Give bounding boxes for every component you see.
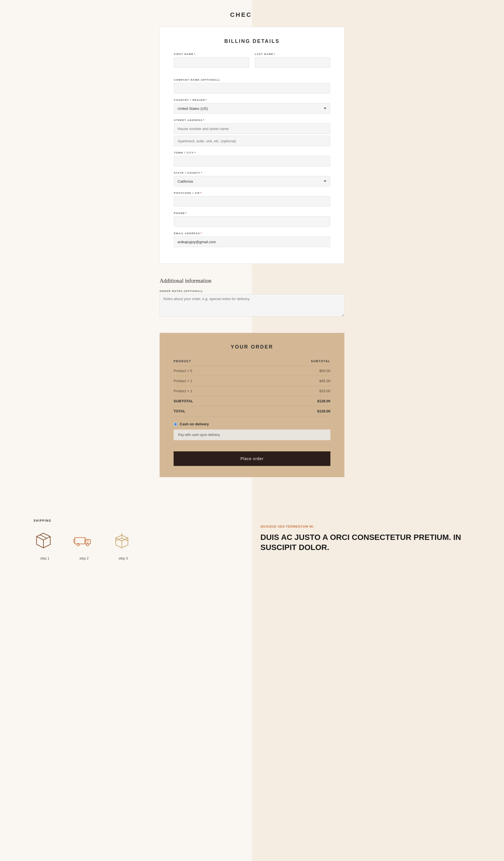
svg-line-1: [37, 536, 44, 540]
postcode-label: POSTCODE / ZIP*: [174, 192, 330, 194]
payment-option: Cash on delivery: [173, 422, 331, 426]
subtotal-label: SUBTOTAL: [173, 396, 252, 406]
required-star: *: [203, 119, 205, 122]
required-star: *: [200, 192, 202, 194]
shipping-step-3: step 3: [112, 531, 135, 560]
item-price-0: $50.00: [252, 366, 331, 376]
required-star: *: [195, 151, 196, 154]
name-row: FIRST NAME* LAST NAME*: [174, 53, 330, 73]
subtotal-value: $128.00: [252, 396, 331, 406]
street-group: STREET ADDRESS*: [174, 119, 330, 146]
cash-on-delivery-radio[interactable]: [173, 422, 178, 426]
table-row: Product × 1 $45.00: [173, 376, 331, 386]
order-notes-label: ORDER NOTES (OPTIONAL): [159, 290, 345, 292]
town-input[interactable]: [174, 156, 330, 166]
order-notes-group: ORDER NOTES (OPTIONAL): [159, 290, 345, 317]
required-star: *: [194, 53, 195, 55]
item-price-2: $33.00: [252, 386, 331, 396]
postcode-input[interactable]: [174, 196, 330, 207]
total-row: TOTAL $128.00: [173, 406, 331, 416]
phone-label: PHONE*: [174, 212, 330, 215]
item-name-0: Product × 5: [173, 366, 252, 376]
table-row: Product × 1 $33.00: [173, 386, 331, 396]
order-card: YOUR ORDER PRODUCT SUBTOTAL Product × 5 …: [159, 333, 345, 477]
billing-section-title: BILLING DETAILS: [174, 38, 330, 44]
col-product: PRODUCT: [173, 357, 252, 366]
state-label: STATE / COUNTY*: [174, 172, 330, 174]
country-group: COUNTRY / REGION* United States (US): [174, 99, 330, 114]
svg-line-4: [40, 535, 47, 538]
town-label: TOWN / CITY*: [174, 151, 330, 154]
item-price-1: $45.00: [252, 376, 331, 386]
postcode-group: POSTCODE / ZIP*: [174, 192, 330, 207]
email-group: EMAIL ADDRESS*: [174, 232, 330, 247]
item-name-2: Product × 1: [173, 386, 252, 396]
phone-input[interactable]: [174, 216, 330, 227]
street-input[interactable]: [174, 123, 330, 134]
town-group: TOWN / CITY*: [174, 151, 330, 166]
last-name-group: LAST NAME*: [255, 53, 330, 68]
required-star: *: [201, 172, 202, 174]
box-icon: [33, 531, 56, 553]
open-box-icon: [112, 531, 135, 553]
company-label: COMPANY NAME (OPTIONAL): [174, 79, 330, 81]
shipping-left: SHIPPING step 1: [33, 519, 243, 560]
phone-group: PHONE*: [174, 212, 330, 227]
step-1-label: step 1: [40, 557, 50, 560]
total-value: $128.00: [252, 406, 331, 416]
col-subtotal: SUBTOTAL: [252, 357, 331, 366]
svg-rect-5: [75, 538, 85, 544]
shipping-steps: step 1: [33, 531, 243, 560]
street-label: STREET ADDRESS*: [174, 119, 330, 122]
payment-description: Pay with cash upon delivery.: [173, 429, 331, 440]
shipping-step-1: step 1: [33, 531, 56, 560]
last-name-input[interactable]: [255, 57, 330, 68]
country-select[interactable]: United States (US): [174, 103, 330, 114]
order-section-title: YOUR ORDER: [173, 344, 331, 350]
shipping-tagline: Quisque sed fermentum mi.: [261, 525, 471, 528]
item-name-1: Product × 1: [173, 376, 252, 386]
email-input[interactable]: [174, 236, 330, 247]
required-star: *: [186, 212, 187, 215]
svg-marker-19: [122, 535, 128, 541]
payment-label: Cash on delivery: [180, 422, 209, 426]
subtotal-row: SUBTOTAL $128.00: [173, 396, 331, 406]
additional-info-title: Additional information: [159, 278, 345, 284]
shipping-headline: Duis ac justo a orci consectetur pretium…: [261, 532, 471, 553]
shipping-label: SHIPPING: [33, 519, 243, 522]
first-name-label: FIRST NAME*: [174, 53, 249, 55]
email-label: EMAIL ADDRESS*: [174, 232, 330, 235]
state-select[interactable]: California: [174, 176, 330, 187]
payment-section: Cash on delivery Pay with cash upon deli…: [173, 422, 331, 440]
shipping-right: Quisque sed fermentum mi. Duis ac justo …: [261, 519, 471, 553]
svg-marker-18: [116, 535, 122, 541]
main-content: BILLING DETAILS FIRST NAME* LAST NAME* C…: [154, 27, 350, 502]
required-star: *: [206, 99, 207, 101]
place-order-button[interactable]: Place order: [173, 451, 331, 466]
svg-rect-7: [86, 540, 88, 542]
company-group: COMPANY NAME (OPTIONAL): [174, 79, 330, 94]
additional-info-section: Additional information ORDER NOTES (OPTI…: [159, 272, 345, 327]
truck-icon: [73, 531, 95, 553]
shipping-step-2: step 2: [73, 531, 95, 560]
shipping-section: SHIPPING step 1: [0, 502, 504, 577]
order-notes-textarea[interactable]: [159, 294, 345, 317]
street2-input[interactable]: [174, 136, 330, 146]
first-name-input[interactable]: [174, 57, 249, 68]
required-star: *: [274, 53, 275, 55]
first-name-group: FIRST NAME*: [174, 53, 249, 68]
billing-card: BILLING DETAILS FIRST NAME* LAST NAME* C…: [159, 27, 345, 264]
total-label: TOTAL: [173, 406, 252, 416]
step-3-label: step 3: [119, 557, 128, 560]
required-star: *: [201, 232, 202, 235]
step-2-label: step 2: [80, 557, 89, 560]
country-label: COUNTRY / REGION*: [174, 99, 330, 101]
table-row: Product × 5 $50.00: [173, 366, 331, 376]
last-name-label: LAST NAME*: [255, 53, 330, 55]
order-table: PRODUCT SUBTOTAL Product × 5 $50.00 Prod…: [173, 357, 331, 416]
state-group: STATE / COUNTY* California: [174, 172, 330, 187]
company-input[interactable]: [174, 83, 330, 94]
